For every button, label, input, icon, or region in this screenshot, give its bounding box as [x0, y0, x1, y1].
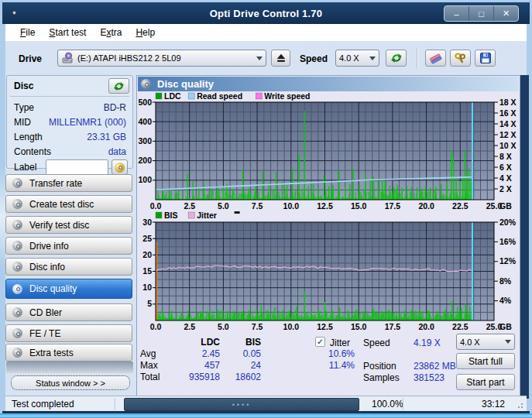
- chart-legend: BISJitter: [156, 211, 240, 220]
- sidebar-item-cd-bler[interactable]: CD Bler: [5, 303, 132, 321]
- menu-bar: FileStart testExtraHelp: [5, 24, 527, 41]
- sidebar-item-disc-info[interactable]: Disc info: [5, 258, 132, 276]
- svg-text:BIS: BIS: [164, 211, 178, 220]
- menu-item-extra[interactable]: Extra: [93, 26, 129, 39]
- results-area: LDC BIS Avg2.450.0510.6%Max4572411.4%Tot…: [137, 333, 520, 398]
- menu-item-file[interactable]: File: [13, 26, 42, 39]
- disc-property-row: TypeBD-R: [14, 100, 126, 115]
- svg-text:2.5: 2.5: [184, 322, 195, 331]
- svg-text:400: 400: [138, 117, 152, 126]
- start-full-button[interactable]: Start full: [456, 353, 515, 369]
- svg-text:22.5: 22.5: [452, 322, 469, 331]
- svg-text:5: 5: [147, 299, 152, 308]
- erase-disc-button[interactable]: [425, 50, 446, 67]
- menu-item-help[interactable]: Help: [129, 26, 162, 39]
- write-label-button[interactable]: [112, 159, 128, 175]
- disc-icon: [12, 284, 22, 294]
- sidebar-item-drive-info[interactable]: Drive info: [5, 237, 132, 255]
- svg-text:10.0: 10.0: [283, 322, 300, 331]
- svg-text:15.0: 15.0: [351, 201, 367, 211]
- sidebar-item-extra-tests[interactable]: Extra tests: [5, 344, 132, 361]
- row-label: Avg: [140, 348, 156, 359]
- position-label: Position: [363, 361, 396, 372]
- keys-icon: [454, 52, 467, 65]
- disc-info-panel: Disc TypeBD-RMIDMILLENMR1 (000)Length23.…: [6, 75, 133, 169]
- svg-text:20.0: 20.0: [418, 201, 434, 211]
- svg-text:Read speed: Read speed: [197, 92, 242, 101]
- disc-property-row: Contentsdata: [14, 144, 126, 159]
- col-header-bis: BIS: [245, 337, 261, 348]
- sidebar-item-verify-test-disc[interactable]: Verify test disc: [5, 216, 132, 234]
- svg-text:20: 20: [142, 250, 152, 259]
- panel-shadow: [520, 75, 529, 399]
- svg-text:14 X: 14 X: [499, 119, 517, 128]
- eject-button[interactable]: [271, 50, 290, 67]
- sidebar-item-transfer-rate[interactable]: Transfer rate: [5, 174, 132, 192]
- menu-item-start-test[interactable]: Start test: [42, 26, 93, 39]
- svg-text:20.0: 20.0: [418, 322, 434, 331]
- label-row: Label: [14, 159, 128, 175]
- chevron-down-icon: [369, 57, 376, 60]
- disc-icon: [12, 199, 22, 209]
- test-speed-select-value: 4.0 X: [460, 337, 480, 347]
- property-label: Type: [14, 102, 34, 113]
- close-button[interactable]: ✕: [493, 6, 518, 21]
- svg-text:12%: 12%: [499, 256, 517, 266]
- samples-label: Samples: [363, 372, 400, 383]
- panel-header: Disc quality: [138, 77, 519, 91]
- refresh-icon: [113, 81, 125, 92]
- label-field-caption: Label: [14, 162, 36, 173]
- sidebar-item-create-test-disc[interactable]: Create test disc: [5, 195, 132, 213]
- bis-value: 24: [251, 360, 261, 371]
- drive-label: Drive: [19, 53, 42, 64]
- ldc-value: 2.45: [202, 348, 220, 359]
- window-frame-bottom-blue: [0, 413, 532, 418]
- elapsed-time: 33:12: [482, 399, 505, 409]
- refresh-disc-button[interactable]: [108, 78, 129, 94]
- sidebar-item-fe-te[interactable]: FE / TE: [5, 324, 132, 342]
- svg-text:10: 10: [142, 283, 152, 292]
- svg-text:7.5: 7.5: [252, 201, 263, 211]
- sidebar-item-disc-quality[interactable]: Disc quality: [5, 279, 132, 299]
- eject-icon: [276, 53, 287, 63]
- disc-icon: [12, 328, 22, 338]
- svg-text:100: 100: [138, 175, 152, 184]
- drive-select-value: (E:) ATAPI iHBS212 2 5L09: [77, 53, 181, 63]
- label-input[interactable]: [46, 159, 108, 175]
- refresh-speed-button[interactable]: [386, 50, 407, 67]
- resize-grip[interactable]: [516, 401, 523, 409]
- samples-value: 381523: [414, 372, 444, 383]
- drive-select[interactable]: (E:) ATAPI iHBS212 2 5L09: [57, 50, 266, 67]
- svg-text:16 X: 16 X: [499, 108, 517, 118]
- svg-text:Write speed: Write speed: [264, 92, 310, 101]
- svg-text:16%: 16%: [499, 237, 517, 246]
- svg-text:200: 200: [138, 156, 152, 165]
- maximize-button[interactable]: □: [469, 6, 493, 21]
- property-label: Contents: [14, 146, 51, 157]
- svg-text:12.5: 12.5: [317, 322, 333, 331]
- speed-select[interactable]: 4.0 X: [335, 50, 379, 67]
- disc-icon: [12, 262, 22, 272]
- save-button[interactable]: [475, 50, 496, 67]
- svg-text:25: 25: [142, 234, 152, 243]
- row-label: Total: [140, 372, 160, 382]
- disc-quality-chart: 50040030020010018 X16 X14 X12 X10 X8 X6 …: [137, 92, 521, 212]
- svg-text:6 X: 6 X: [499, 163, 512, 172]
- ldc-value: 457: [204, 360, 220, 371]
- svg-text:4%: 4%: [499, 296, 512, 305]
- minimize-button[interactable]: –: [444, 6, 469, 21]
- start-part-button[interactable]: Start part: [456, 374, 515, 390]
- disc-property-row: MIDMILLENMR1 (000): [14, 115, 126, 129]
- license-keys-button[interactable]: [450, 50, 471, 67]
- jitter-checkbox[interactable]: ✓: [315, 337, 325, 347]
- test-speed-select[interactable]: 4.0 X: [456, 334, 515, 350]
- status-window-button[interactable]: Status window > >: [11, 375, 130, 390]
- title-bar: Opti Drive Control 1.70 – □ ✕: [2, 2, 530, 24]
- jitter-checkbox-label: Jitter: [330, 337, 350, 348]
- ldc-value: 935918: [189, 372, 220, 382]
- sidebar-item-label: Drive info: [29, 241, 69, 252]
- progress-bar: ••••: [124, 398, 359, 411]
- window-frame-shine: [0, 166, 5, 267]
- speed-result-label: Speed: [363, 337, 390, 348]
- svg-text:30: 30: [142, 218, 152, 227]
